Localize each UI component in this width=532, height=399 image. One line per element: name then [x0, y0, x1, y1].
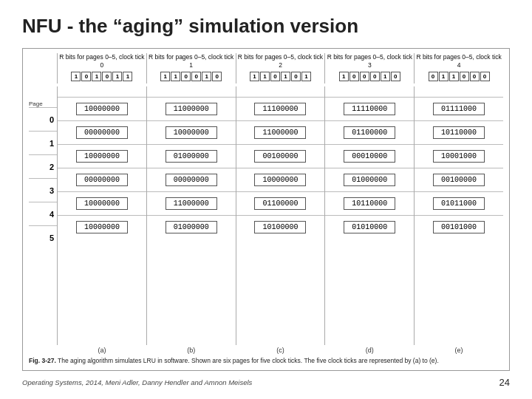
rbits-row-d: 100010 [339, 72, 400, 81]
diagram-box: R bits for pages 0–5, clock tick 0101011… [22, 48, 510, 371]
data-cell-e-4: 01011000 [415, 191, 503, 215]
rbit-b-1: 1 [171, 72, 180, 81]
data-cell-a-1: 00000000 [58, 120, 146, 144]
data-cell-box-d-1: 01100000 [344, 126, 395, 139]
header-area: R bits for pages 0–5, clock tick 0101011… [29, 53, 503, 83]
data-col-c: 1110000011000000001000001000000001100000… [236, 86, 325, 345]
rbit-a-4: 1 [112, 72, 122, 81]
sublabel-row: (a)(b)(c)(d)(e) [29, 347, 503, 354]
rbits-row-b: 110010 [160, 72, 222, 81]
rbit-d-4: 1 [381, 72, 390, 81]
data-cell-box-b-4: 11000000 [166, 197, 217, 210]
page-col-header-label [29, 86, 57, 97]
col-section-e: R bits for pages 0–5, clock tick 4011000 [414, 53, 503, 83]
sublabel-a: (a) [57, 347, 146, 354]
rbit-a-5: 1 [123, 72, 132, 81]
rbit-e-4: 0 [470, 72, 480, 81]
data-cell-box-d-2: 00010000 [344, 150, 395, 163]
data-cell-e-0: 01111000 [415, 97, 503, 120]
data-cell-box-e-5: 00101000 [433, 221, 485, 233]
data-cell-box-e-4: 01011000 [433, 197, 485, 210]
sublabel-c: (c) [236, 347, 325, 354]
data-col-d: 1111000001100000000100000100000010110000… [324, 86, 414, 345]
data-cell-box-c-5: 10100000 [254, 221, 306, 233]
data-cell-c-1: 11000000 [236, 120, 325, 144]
data-cell-box-c-4: 01100000 [254, 197, 306, 210]
data-cell-box-d-5: 01010000 [344, 221, 395, 233]
data-cell-box-a-5: 10000000 [76, 221, 128, 233]
data-cell-a-5: 10000000 [58, 215, 146, 239]
col-section-a: R bits for pages 0–5, clock tick 0101011 [57, 53, 146, 83]
data-cell-box-e-2: 10001000 [433, 150, 485, 163]
col-section-b: R bits for pages 0–5, clock tick 1110010 [146, 53, 236, 83]
data-cell-box-c-1: 11000000 [254, 126, 306, 139]
data-cell-box-d-4: 10110000 [344, 197, 395, 210]
col-header-c: R bits for pages 0–5, clock tick 2 [238, 53, 324, 69]
rbit-b-4: 1 [202, 72, 211, 81]
data-cell-box-d-3: 01000000 [344, 174, 395, 186]
data-cell-box-b-0: 11000000 [166, 103, 217, 115]
rbit-e-5: 0 [480, 72, 490, 81]
rbit-c-0: 1 [250, 72, 259, 81]
page-row-label-5: 5 [29, 225, 57, 249]
rbit-c-3: 1 [281, 72, 290, 81]
caption-area: Fig. 3-27. The aging algorithm simulates… [29, 357, 503, 366]
rbits-row-e: 011000 [429, 72, 490, 81]
data-cell-d-5: 01010000 [325, 215, 414, 239]
rbit-c-2: 0 [270, 72, 280, 81]
rbit-a-0: 1 [71, 72, 81, 81]
data-cell-box-b-5: 01000000 [166, 221, 217, 233]
data-cell-box-b-3: 00000000 [166, 174, 217, 186]
data-cell-b-3: 00000000 [147, 168, 236, 191]
data-cell-box-b-2: 01000000 [166, 150, 217, 163]
data-cell-d-1: 01100000 [325, 120, 414, 144]
col-section-d: R bits for pages 0–5, clock tick 3100010 [324, 53, 414, 83]
page-row-label-1: 1 [29, 131, 57, 154]
data-cell-e-2: 10001000 [415, 144, 503, 168]
footer: Operating Systems, 2014, Meni Adler, Dan… [22, 377, 510, 388]
rbit-a-2: 1 [92, 72, 101, 81]
page-container: NFU - the “aging” simulation version R b… [0, 0, 532, 399]
data-cell-box-a-4: 10000000 [76, 197, 128, 210]
data-cell-a-2: 10000000 [58, 144, 146, 168]
rbit-d-3: 0 [370, 72, 380, 81]
rbit-b-0: 1 [160, 72, 170, 81]
page-col: Page012345 [29, 86, 57, 345]
page-row-label-2: 2 [29, 154, 57, 178]
footer-citation: Operating Systems, 2014, Meni Adler, Dan… [22, 378, 252, 386]
sublabel-spacer [29, 347, 57, 354]
data-cell-b-2: 01000000 [147, 144, 236, 168]
data-cell-box-e-0: 01111000 [433, 103, 485, 115]
data-cell-d-4: 10110000 [325, 191, 414, 215]
data-cell-c-2: 00100000 [236, 144, 325, 168]
col-header-d: R bits for pages 0–5, clock tick 3 [327, 53, 412, 69]
data-col-a: 1000000000000000100000000000000010000000… [57, 86, 146, 345]
page-label: Page [29, 97, 57, 107]
data-cell-box-c-2: 00100000 [254, 150, 306, 163]
rbit-d-2: 0 [360, 72, 369, 81]
page-row-label-0: 0 [29, 107, 57, 131]
data-cell-d-0: 11110000 [325, 97, 414, 120]
data-cell-c-5: 10100000 [236, 215, 325, 239]
rbit-a-1: 0 [81, 72, 91, 81]
rbit-c-5: 1 [301, 72, 311, 81]
data-cell-e-1: 10110000 [415, 120, 503, 144]
rbits-row-a: 101011 [71, 72, 132, 81]
page-label-col [29, 53, 57, 83]
data-cell-box-e-1: 10110000 [433, 126, 485, 139]
data-cell-c-4: 01100000 [236, 191, 325, 215]
col-header-b: R bits for pages 0–5, clock tick 1 [149, 53, 234, 69]
data-cell-box-b-1: 10000000 [166, 126, 217, 139]
page-title: NFU - the “aging” simulation version [22, 15, 510, 38]
data-cell-b-5: 01000000 [147, 215, 236, 239]
caption-bold: Fig. 3-27. [29, 357, 56, 364]
sublabel-b: (b) [146, 347, 236, 354]
data-cell-box-d-0: 11110000 [344, 103, 395, 115]
data-cell-b-0: 11000000 [147, 97, 236, 120]
rbit-b-3: 0 [191, 72, 201, 81]
data-cell-e-5: 00101000 [415, 215, 503, 239]
rbit-d-5: 0 [391, 72, 400, 81]
data-cell-box-c-0: 11100000 [254, 103, 306, 115]
rbit-b-5: 0 [212, 72, 222, 81]
rbit-d-1: 0 [349, 72, 359, 81]
